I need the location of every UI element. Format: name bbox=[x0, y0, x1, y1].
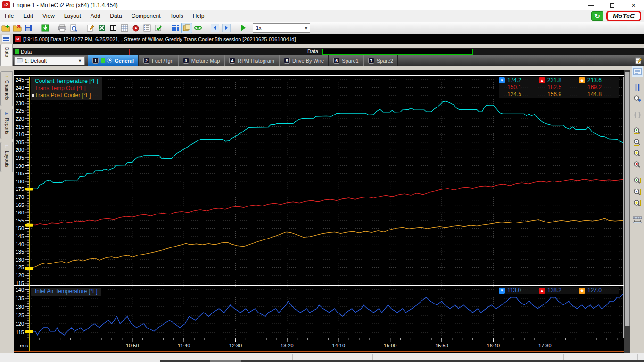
restore-button[interactable] bbox=[602, 0, 623, 10]
zoom-in-horizontal-icon[interactable] bbox=[632, 125, 643, 137]
tab-spare1[interactable]: 6 Spare1 bbox=[329, 55, 363, 66]
open-add-icon[interactable] bbox=[0, 23, 11, 33]
svg-text:15:00: 15:00 bbox=[384, 343, 397, 348]
verify-icon[interactable] bbox=[153, 23, 164, 33]
menu-tools[interactable]: Tools bbox=[165, 11, 188, 21]
application-window: i2 Engine 1 - MoTeC i2 Pro (x64) (1.1.4.… bbox=[0, 0, 644, 362]
tab-fuel-ign[interactable]: 2 Fuel / Ign bbox=[139, 55, 178, 66]
edit-note-icon[interactable] bbox=[635, 56, 642, 66]
main-toolbar: 1x ▾ bbox=[0, 22, 644, 34]
svg-text:175: 175 bbox=[16, 186, 24, 192]
playback-speed-value: 1x bbox=[256, 25, 262, 31]
play-icon[interactable] bbox=[238, 23, 249, 33]
legend-trans-post-cooler[interactable]: Trans Post Cooler [°F] bbox=[35, 92, 98, 99]
zoom-cursor-icon[interactable] bbox=[632, 93, 643, 105]
cursor-marker-icon: ◆ bbox=[579, 77, 585, 83]
tab-rpm-histogram[interactable]: 4 RPM Histogram bbox=[224, 55, 279, 66]
close-button[interactable]: ✕ bbox=[623, 0, 644, 10]
top-chart-legend: Coolant Temperature [°F] Trans Temp Out … bbox=[31, 77, 102, 100]
svg-text:230: 230 bbox=[16, 100, 24, 106]
zoom-out-horizontal-icon[interactable] bbox=[632, 137, 643, 148]
menu-bar: File Edit View Layout Add Data Component… bbox=[0, 10, 644, 22]
print-preview-icon[interactable] bbox=[68, 23, 79, 33]
svg-text:190: 190 bbox=[16, 163, 24, 169]
playback-speed-select[interactable]: 1x ▾ bbox=[253, 23, 310, 33]
tab-label: General bbox=[115, 58, 134, 64]
sidebar-item-layouts[interactable]: □ Layouts bbox=[0, 142, 13, 172]
edit-details-icon[interactable] bbox=[85, 23, 96, 33]
export-icon[interactable] bbox=[40, 23, 51, 33]
menu-add[interactable]: Add bbox=[86, 11, 105, 21]
sidebar-item-channels[interactable]: ≈ Channels bbox=[0, 71, 13, 106]
nav-back-icon[interactable] bbox=[209, 23, 221, 33]
menu-component[interactable]: Component bbox=[127, 11, 165, 21]
wave-icon: ≈ bbox=[5, 74, 8, 79]
tab-number-badge: 4 bbox=[229, 58, 235, 64]
windows-grid-icon[interactable] bbox=[170, 23, 181, 33]
svg-text:115: 115 bbox=[16, 329, 24, 335]
zoom-full-horizontal-icon[interactable] bbox=[632, 159, 643, 171]
zoom-selection-vertical-icon[interactable] bbox=[632, 198, 643, 209]
legend-inlet-air[interactable]: Inlet Air Temperature [°F] bbox=[35, 288, 98, 295]
alarms-icon[interactable] bbox=[130, 23, 141, 33]
link-icon[interactable] bbox=[192, 23, 204, 33]
tab-mixture-map[interactable]: 3 Mixture Map bbox=[178, 55, 225, 66]
excel-export-icon[interactable] bbox=[96, 23, 107, 33]
display-range-box[interactable] bbox=[322, 49, 473, 55]
sidebar-item-reports[interactable]: ⊞ Reports bbox=[0, 109, 13, 139]
vertical-scrollbar[interactable] bbox=[624, 70, 630, 353]
motec-logo: MoTeC bbox=[606, 11, 641, 21]
menu-data[interactable]: Data bbox=[105, 11, 126, 21]
open-delete-icon[interactable] bbox=[11, 23, 23, 33]
zoom-previous-icon[interactable] bbox=[632, 109, 643, 121]
tab-number-badge: 2 bbox=[143, 58, 149, 64]
save-icon[interactable] bbox=[23, 23, 34, 33]
scrollbar-thumb[interactable] bbox=[210, 360, 241, 362]
svg-text:16:40: 16:40 bbox=[487, 343, 500, 348]
zoom-selection-horizontal-icon[interactable] bbox=[632, 148, 643, 159]
details-list-icon[interactable] bbox=[2, 35, 10, 42]
menu-layout[interactable]: Layout bbox=[59, 11, 86, 21]
menu-view[interactable]: View bbox=[38, 11, 59, 21]
video-icon[interactable] bbox=[107, 23, 119, 33]
zoom-in-vertical-icon[interactable] bbox=[632, 175, 643, 187]
title-bar: i2 Engine 1 - MoTeC i2 Pro (x64) (1.1.4.… bbox=[0, 0, 644, 10]
lap-bar[interactable]: Data Data bbox=[13, 48, 644, 55]
sidebar-item-label: Data bbox=[4, 47, 9, 57]
print-icon[interactable] bbox=[57, 23, 68, 33]
properties-icon[interactable] bbox=[141, 23, 153, 33]
menu-edit[interactable]: Edit bbox=[18, 11, 38, 21]
values-table-icon[interactable] bbox=[119, 23, 130, 33]
legend-coolant[interactable]: Coolant Temperature [°F] bbox=[35, 78, 98, 85]
legend-trans-temp-out[interactable]: Trans Temp Out [°F] bbox=[35, 85, 98, 92]
minimize-button[interactable] bbox=[580, 0, 602, 10]
scrollbar-thumb[interactable] bbox=[625, 72, 630, 326]
nav-forward-icon[interactable] bbox=[221, 23, 232, 33]
measure-range-icon[interactable] bbox=[632, 214, 643, 225]
cursors-icon[interactable] bbox=[632, 82, 643, 93]
sync-icon[interactable]: ↻ bbox=[591, 11, 603, 21]
selected-channel-marker bbox=[32, 94, 34, 97]
tab-spare2[interactable]: 7 Spare2 bbox=[363, 55, 398, 66]
workbook-icon bbox=[17, 58, 22, 63]
tab-label: Mixture Map bbox=[191, 58, 220, 64]
menu-help[interactable]: Help bbox=[188, 11, 209, 21]
display-mode-icon[interactable] bbox=[632, 66, 643, 77]
min-marker-icon: ▼ bbox=[499, 288, 505, 294]
chart-svg[interactable]: 10:5011:4012:3013:2014:1015:0015:5016:40… bbox=[14, 70, 624, 353]
tab-drive-by-wire[interactable]: 5 Drive By Wire bbox=[279, 55, 329, 66]
tab-general[interactable]: 1 General bbox=[88, 55, 139, 66]
svg-text:205: 205 bbox=[16, 140, 24, 145]
menu-file[interactable]: File bbox=[0, 11, 18, 21]
lap-bar-right-label: Data bbox=[307, 49, 318, 54]
time-distance-chart[interactable]: 10:5011:4012:3013:2014:1015:0015:5016:40… bbox=[14, 70, 624, 353]
zoom-out-vertical-icon[interactable] bbox=[632, 187, 643, 198]
tab-number-badge: 3 bbox=[183, 58, 189, 64]
svg-text:15:50: 15:50 bbox=[435, 343, 448, 348]
overlay-windows-icon[interactable] bbox=[181, 23, 192, 33]
workbook-select[interactable]: 1: Default ▼ bbox=[14, 56, 85, 65]
svg-text:185: 185 bbox=[16, 171, 24, 176]
horizontal-scrollbar[interactable] bbox=[160, 360, 644, 362]
svg-text:140: 140 bbox=[16, 241, 24, 247]
sidebar-item-data[interactable]: Data bbox=[0, 44, 13, 66]
